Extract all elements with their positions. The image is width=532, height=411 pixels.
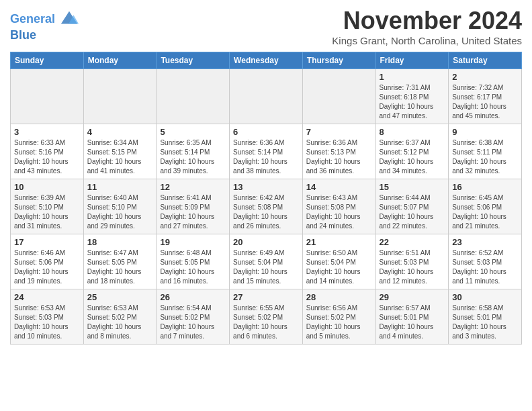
week-row-3: 10Sunrise: 6:39 AM Sunset: 5:10 PM Dayli… [11, 179, 522, 234]
day-number: 29 [380, 292, 445, 302]
calendar-cell: 5Sunrise: 6:35 AM Sunset: 5:14 PM Daylig… [157, 124, 230, 179]
calendar-cell: 28Sunrise: 6:56 AM Sunset: 5:02 PM Dayli… [302, 289, 375, 345]
cell-content: Sunrise: 6:54 AM Sunset: 5:02 PM Dayligh… [160, 304, 226, 341]
calendar-cell [302, 69, 375, 124]
cell-content: Sunrise: 6:53 AM Sunset: 5:02 PM Dayligh… [87, 304, 153, 341]
day-number: 18 [87, 237, 153, 247]
calendar-cell: 23Sunrise: 6:52 AM Sunset: 5:03 PM Dayli… [449, 234, 522, 289]
day-number: 19 [160, 237, 226, 247]
calendar-cell [157, 69, 230, 124]
week-row-1: 1Sunrise: 7:31 AM Sunset: 6:18 PM Daylig… [11, 69, 522, 124]
calendar-cell: 18Sunrise: 6:47 AM Sunset: 5:05 PM Dayli… [83, 234, 157, 289]
header-day-monday: Monday [83, 52, 157, 69]
cell-content: Sunrise: 6:46 AM Sunset: 5:06 PM Dayligh… [14, 248, 80, 286]
header-day-wednesday: Wednesday [230, 52, 303, 69]
calendar-cell: 25Sunrise: 6:53 AM Sunset: 5:02 PM Dayli… [83, 289, 157, 345]
calendar-cell: 20Sunrise: 6:49 AM Sunset: 5:04 PM Dayli… [230, 234, 303, 289]
calendar-header-row: SundayMondayTuesdayWednesdayThursdayFrid… [11, 52, 522, 69]
logo-line1: General [10, 12, 55, 26]
calendar-cell [83, 69, 157, 124]
cell-content: Sunrise: 6:43 AM Sunset: 5:08 PM Dayligh… [306, 193, 372, 231]
cell-content: Sunrise: 6:57 AM Sunset: 5:01 PM Dayligh… [380, 304, 445, 341]
day-number: 28 [306, 292, 372, 302]
day-number: 7 [306, 127, 372, 137]
day-number: 21 [306, 237, 372, 247]
header-day-saturday: Saturday [449, 52, 522, 69]
calendar-cell: 16Sunrise: 6:45 AM Sunset: 5:06 PM Dayli… [449, 179, 522, 234]
calendar-cell: 12Sunrise: 6:41 AM Sunset: 5:09 PM Dayli… [157, 179, 230, 234]
day-number: 22 [380, 237, 445, 247]
cell-content: Sunrise: 6:40 AM Sunset: 5:10 PM Dayligh… [87, 193, 153, 231]
logo-icon [60, 10, 79, 29]
calendar-cell: 22Sunrise: 6:51 AM Sunset: 5:03 PM Dayli… [375, 234, 449, 289]
header-day-sunday: Sunday [11, 52, 84, 69]
calendar-cell: 17Sunrise: 6:46 AM Sunset: 5:06 PM Dayli… [11, 234, 84, 289]
header-day-thursday: Thursday [302, 52, 375, 69]
calendar-cell: 24Sunrise: 6:53 AM Sunset: 5:03 PM Dayli… [11, 289, 84, 345]
logo: General Blue [10, 10, 79, 42]
cell-content: Sunrise: 6:55 AM Sunset: 5:02 PM Dayligh… [233, 304, 299, 341]
day-number: 12 [160, 182, 226, 192]
calendar-cell: 9Sunrise: 6:38 AM Sunset: 5:11 PM Daylig… [449, 124, 522, 179]
calendar-cell: 29Sunrise: 6:57 AM Sunset: 5:01 PM Dayli… [375, 289, 449, 345]
day-number: 11 [87, 182, 153, 192]
calendar-cell: 14Sunrise: 6:43 AM Sunset: 5:08 PM Dayli… [302, 179, 375, 234]
cell-content: Sunrise: 6:52 AM Sunset: 5:03 PM Dayligh… [452, 248, 518, 286]
day-number: 23 [452, 237, 518, 247]
cell-content: Sunrise: 6:58 AM Sunset: 5:01 PM Dayligh… [452, 304, 518, 341]
calendar-cell: 19Sunrise: 6:48 AM Sunset: 5:05 PM Dayli… [157, 234, 230, 289]
cell-content: Sunrise: 6:44 AM Sunset: 5:07 PM Dayligh… [380, 193, 445, 231]
calendar-cell: 6Sunrise: 6:36 AM Sunset: 5:14 PM Daylig… [230, 124, 303, 179]
day-number: 4 [87, 127, 153, 137]
calendar-table: SundayMondayTuesdayWednesdayThursdayFrid… [10, 52, 522, 345]
cell-content: Sunrise: 6:49 AM Sunset: 5:04 PM Dayligh… [233, 248, 299, 286]
calendar-cell: 26Sunrise: 6:54 AM Sunset: 5:02 PM Dayli… [157, 289, 230, 345]
day-number: 27 [233, 292, 299, 302]
cell-content: Sunrise: 6:39 AM Sunset: 5:10 PM Dayligh… [14, 193, 80, 231]
day-number: 30 [452, 292, 518, 302]
day-number: 25 [87, 292, 153, 302]
calendar-cell: 11Sunrise: 6:40 AM Sunset: 5:10 PM Dayli… [83, 179, 157, 234]
day-number: 14 [306, 182, 372, 192]
logo-line2: Blue [10, 29, 79, 42]
cell-content: Sunrise: 6:50 AM Sunset: 5:04 PM Dayligh… [306, 248, 372, 286]
day-number: 15 [380, 182, 445, 192]
cell-content: Sunrise: 7:32 AM Sunset: 6:17 PM Dayligh… [452, 83, 518, 121]
header: General Blue November 2024 Kings Grant, … [10, 7, 522, 46]
calendar-cell: 13Sunrise: 6:42 AM Sunset: 5:08 PM Dayli… [230, 179, 303, 234]
title-area: November 2024 Kings Grant, North Carolin… [332, 7, 522, 46]
cell-content: Sunrise: 6:53 AM Sunset: 5:03 PM Dayligh… [14, 304, 80, 341]
cell-content: Sunrise: 6:37 AM Sunset: 5:12 PM Dayligh… [380, 138, 445, 176]
day-number: 2 [452, 72, 518, 82]
day-number: 10 [14, 182, 80, 192]
cell-content: Sunrise: 6:42 AM Sunset: 5:08 PM Dayligh… [233, 193, 299, 231]
location: Kings Grant, North Carolina, United Stat… [332, 35, 522, 46]
calendar-cell: 3Sunrise: 6:33 AM Sunset: 5:16 PM Daylig… [11, 124, 84, 179]
day-number: 24 [14, 292, 80, 302]
calendar-cell: 7Sunrise: 6:36 AM Sunset: 5:13 PM Daylig… [302, 124, 375, 179]
calendar-cell: 27Sunrise: 6:55 AM Sunset: 5:02 PM Dayli… [230, 289, 303, 345]
day-number: 5 [160, 127, 226, 137]
day-number: 16 [452, 182, 518, 192]
calendar-cell: 1Sunrise: 7:31 AM Sunset: 6:18 PM Daylig… [375, 69, 449, 124]
calendar-cell: 30Sunrise: 6:58 AM Sunset: 5:01 PM Dayli… [449, 289, 522, 345]
week-row-2: 3Sunrise: 6:33 AM Sunset: 5:16 PM Daylig… [11, 124, 522, 179]
cell-content: Sunrise: 6:48 AM Sunset: 5:05 PM Dayligh… [160, 248, 226, 286]
week-row-5: 24Sunrise: 6:53 AM Sunset: 5:03 PM Dayli… [11, 289, 522, 345]
cell-content: Sunrise: 6:41 AM Sunset: 5:09 PM Dayligh… [160, 193, 226, 231]
day-number: 13 [233, 182, 299, 192]
cell-content: Sunrise: 6:36 AM Sunset: 5:14 PM Dayligh… [233, 138, 299, 176]
calendar-cell: 10Sunrise: 6:39 AM Sunset: 5:10 PM Dayli… [11, 179, 84, 234]
calendar-cell: 2Sunrise: 7:32 AM Sunset: 6:17 PM Daylig… [449, 69, 522, 124]
header-day-tuesday: Tuesday [157, 52, 230, 69]
cell-content: Sunrise: 6:36 AM Sunset: 5:13 PM Dayligh… [306, 138, 372, 176]
calendar-cell [11, 69, 84, 124]
week-row-4: 17Sunrise: 6:46 AM Sunset: 5:06 PM Dayli… [11, 234, 522, 289]
day-number: 9 [452, 127, 518, 137]
cell-content: Sunrise: 6:38 AM Sunset: 5:11 PM Dayligh… [452, 138, 518, 176]
calendar-cell: 4Sunrise: 6:34 AM Sunset: 5:15 PM Daylig… [83, 124, 157, 179]
month-title: November 2024 [332, 7, 522, 35]
calendar-cell [230, 69, 303, 124]
cell-content: Sunrise: 6:33 AM Sunset: 5:16 PM Dayligh… [14, 138, 80, 176]
cell-content: Sunrise: 6:45 AM Sunset: 5:06 PM Dayligh… [452, 193, 518, 231]
